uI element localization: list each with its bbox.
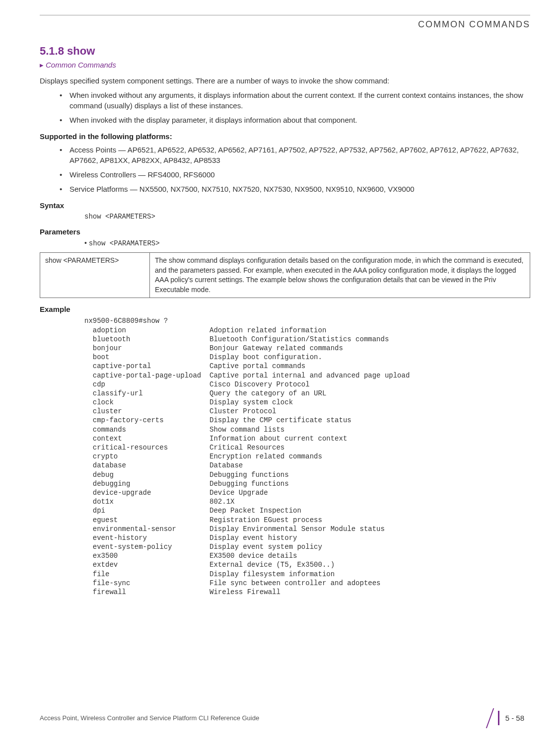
syntax-heading: Syntax	[40, 201, 530, 210]
intro-bullet-list: When invoked without any arguments, it d…	[40, 90, 530, 125]
supported-heading: Supported in the following platforms:	[40, 132, 530, 141]
intro-text: Displays specified system component sett…	[40, 76, 530, 85]
parameters-line: • show <PARAMATERS>	[84, 239, 530, 247]
table-row: show <PARAMETERS> The show command displ…	[40, 253, 530, 298]
parameters-line-text: show <PARAMATERS>	[89, 239, 160, 247]
list-item: When invoked with the display parameter,…	[60, 115, 530, 125]
list-item: Service Platforms — NX5500, NX7500, NX75…	[60, 184, 530, 194]
header-rule	[40, 15, 530, 15]
param-desc-cell: The show command displays configuration …	[150, 253, 530, 298]
breadcrumb-arrow-icon: ▸	[40, 61, 44, 69]
list-item: Access Points — AP6521, AP6522, AP6532, …	[60, 145, 530, 165]
list-item: Wireless Controllers — RFS4000, RFS6000	[60, 169, 530, 180]
breadcrumb-text: Common Commands	[46, 61, 116, 69]
page-footer: Access Point, Wireless Controller and Se…	[40, 711, 530, 725]
footer-page-number: 5 - 58	[498, 711, 530, 725]
example-code: nx9500-6C8809#show ? adoption Adoption r…	[84, 316, 530, 597]
list-item: When invoked without any arguments, it d…	[60, 90, 530, 111]
example-heading: Example	[40, 305, 530, 313]
parameters-table: show <PARAMETERS> The show command displ…	[40, 252, 530, 298]
parameters-heading: Parameters	[40, 227, 530, 236]
syntax-code: show <PARAMETERS>	[84, 213, 530, 221]
supported-list: Access Points — AP6521, AP6522, AP6532, …	[40, 145, 530, 194]
document-page: COMMON COMMANDS 5.1.8 show ▸Common Comma…	[0, 0, 560, 730]
header-category: COMMON COMMANDS	[40, 19, 530, 30]
breadcrumb: ▸Common Commands	[40, 61, 530, 70]
param-name-cell: show <PARAMETERS>	[40, 253, 150, 298]
section-heading: 5.1.8 show	[40, 45, 530, 58]
footer-guide-title: Access Point, Wireless Controller and Se…	[40, 714, 259, 722]
